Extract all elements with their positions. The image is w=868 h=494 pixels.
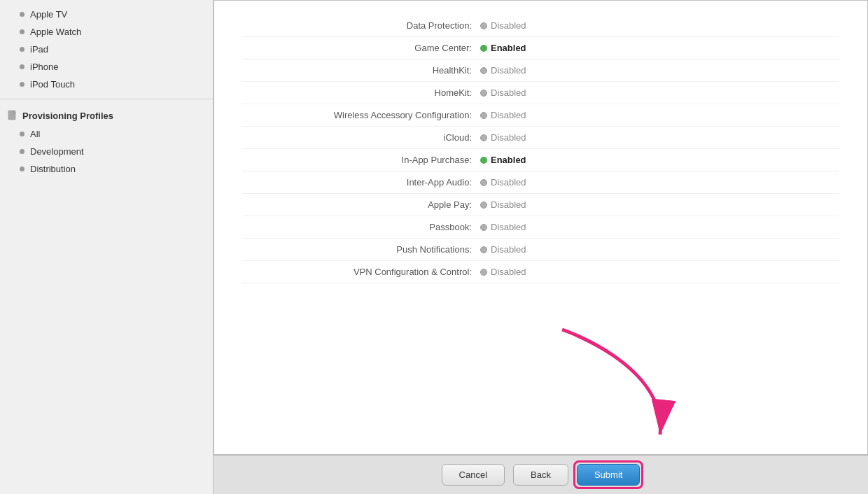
bullet-icon — [20, 132, 24, 136]
sidebar-item-label: All — [30, 129, 40, 139]
status-text: Disabled — [491, 132, 526, 143]
status-text: Disabled — [491, 20, 526, 31]
property-row: Push Notifications:Disabled — [242, 239, 839, 261]
status-dot-icon — [480, 179, 487, 186]
status-text: Disabled — [491, 110, 526, 120]
bullet-icon — [20, 29, 24, 34]
property-row: In-App Purchase:Enabled — [242, 149, 839, 171]
sidebar-item-ipad[interactable]: iPad — [0, 41, 213, 58]
bullet-icon — [20, 64, 24, 69]
property-label: Data Protection: — [242, 20, 480, 31]
property-value: Disabled — [480, 132, 526, 143]
sidebar-item-pp-all[interactable]: All — [0, 125, 213, 143]
sidebar-item-label: iPod Touch — [30, 79, 75, 90]
sidebar-item-apple-tv[interactable]: Apple TV — [0, 6, 213, 23]
property-label: HealthKit: — [242, 65, 480, 76]
status-dot-icon — [480, 90, 487, 97]
property-value: Disabled — [480, 87, 526, 98]
bullet-icon — [20, 167, 24, 171]
status-text: Disabled — [491, 199, 526, 210]
content-area: Data Protection:DisabledGame Center:Enab… — [214, 0, 868, 494]
property-row: Apple Pay:Disabled — [242, 194, 839, 216]
status-text: Disabled — [491, 65, 526, 76]
property-value: Enabled — [480, 155, 526, 165]
property-row: Game Center:Enabled — [242, 37, 839, 59]
property-row: iCloud:Disabled — [242, 127, 839, 149]
status-text: Disabled — [491, 87, 526, 98]
status-dot-icon — [480, 45, 487, 52]
svg-rect-0 — [8, 111, 15, 120]
property-row: Wireless Accessory Configuration:Disable… — [242, 104, 839, 127]
property-value: Disabled — [480, 199, 526, 210]
status-text: Disabled — [491, 244, 526, 255]
bullet-icon — [20, 12, 24, 17]
property-label: Wireless Accessory Configuration: — [242, 110, 480, 120]
sidebar-item-label: Apple TV — [30, 9, 67, 20]
property-label: HomeKit: — [242, 87, 480, 98]
property-value: Disabled — [480, 267, 526, 277]
property-row: Inter-App Audio:Disabled — [242, 171, 839, 194]
sidebar-item-iphone[interactable]: iPhone — [0, 58, 213, 76]
property-label: iCloud: — [242, 132, 480, 143]
status-dot-icon — [480, 134, 487, 141]
property-label: Passbook: — [242, 222, 480, 232]
status-text: Enabled — [491, 43, 526, 53]
sidebar: Apple TV Apple Watch iPad iPhone iPod To… — [0, 0, 214, 494]
main-layout: Apple TV Apple Watch iPad iPhone iPod To… — [0, 0, 868, 494]
bullet-icon — [20, 82, 24, 87]
sidebar-item-label: iPhone — [30, 62, 58, 72]
sidebar-item-pp-development[interactable]: Development — [0, 143, 213, 160]
property-value: Disabled — [480, 110, 526, 120]
property-value: Disabled — [480, 20, 526, 31]
status-text: Disabled — [491, 222, 526, 232]
sidebar-item-label: iPad — [30, 44, 48, 55]
sidebar-item-label: Distribution — [30, 164, 76, 174]
property-value: Enabled — [480, 43, 526, 53]
property-label: Push Notifications: — [242, 244, 480, 255]
status-text: Disabled — [491, 267, 526, 277]
sidebar-item-ipod-touch[interactable]: iPod Touch — [0, 76, 213, 93]
cancel-button[interactable]: Cancel — [442, 464, 505, 486]
back-button[interactable]: Back — [513, 464, 568, 486]
bullet-icon — [20, 149, 24, 154]
property-label: In-App Purchase: — [242, 155, 480, 165]
property-value: Disabled — [480, 222, 526, 232]
status-dot-icon — [480, 112, 487, 119]
property-value: Disabled — [480, 177, 526, 188]
property-value: Disabled — [480, 244, 526, 255]
sidebar-item-pp-distribution[interactable]: Distribution — [0, 160, 213, 178]
document-icon — [7, 110, 18, 121]
status-dot-icon — [480, 157, 487, 164]
property-row: HealthKit:Disabled — [242, 59, 839, 82]
status-dot-icon — [480, 202, 487, 209]
property-row: VPN Configuration & Control:Disabled — [242, 261, 839, 283]
content-scroll: Data Protection:DisabledGame Center:Enab… — [214, 0, 868, 455]
status-dot-icon — [480, 269, 487, 276]
status-text: Enabled — [491, 155, 526, 165]
property-row: Passbook:Disabled — [242, 216, 839, 239]
property-row: Data Protection:Disabled — [242, 15, 839, 37]
sidebar-item-label: Development — [30, 146, 84, 157]
status-dot-icon — [480, 246, 487, 253]
sidebar-item-apple-watch[interactable]: Apple Watch — [0, 23, 213, 41]
status-dot-icon — [480, 67, 487, 74]
sidebar-item-label: Apple Watch — [30, 27, 81, 37]
status-text: Disabled — [491, 177, 526, 188]
status-dot-icon — [480, 224, 487, 231]
status-dot-icon — [480, 22, 487, 29]
property-label: Game Center: — [242, 43, 480, 53]
property-row: HomeKit:Disabled — [242, 82, 839, 104]
submit-button[interactable]: Submit — [577, 464, 640, 486]
footer-bar: Cancel Back Submit — [214, 455, 868, 494]
bullet-icon — [20, 47, 24, 52]
provisioning-profiles-section[interactable]: Provisioning Profiles — [0, 106, 213, 125]
property-value: Disabled — [480, 65, 526, 76]
submit-button-wrapper: Submit — [577, 464, 640, 486]
property-label: VPN Configuration & Control: — [242, 267, 480, 277]
property-label: Apple Pay: — [242, 199, 480, 210]
provisioning-profiles-label: Provisioning Profiles — [22, 111, 113, 121]
properties-table: Data Protection:DisabledGame Center:Enab… — [214, 1, 867, 297]
property-label: Inter-App Audio: — [242, 177, 480, 188]
